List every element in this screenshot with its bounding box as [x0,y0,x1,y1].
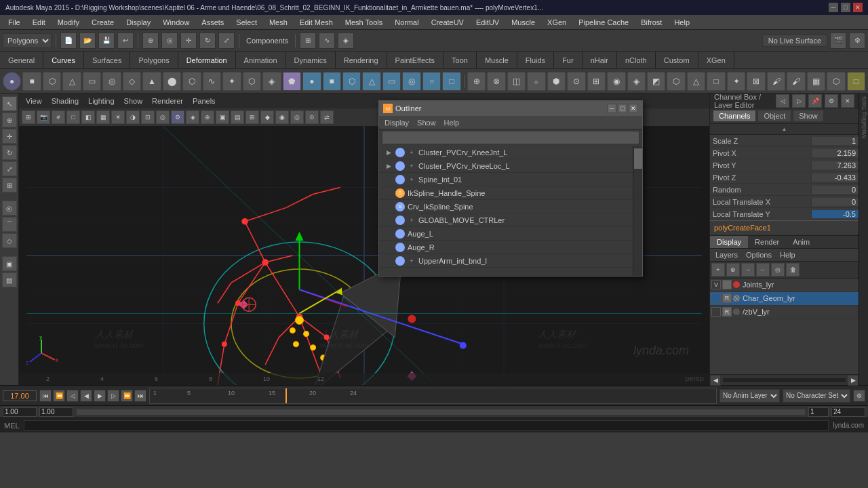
expand-icon[interactable]: ▶ [384,148,393,157]
viewport[interactable]: View Shading Lighting Show Renderer Pane… [19,94,709,385]
combine-btn[interactable]: ⊕ [467,72,486,91]
sculpt-geo-tool[interactable]: ⌒ [2,217,17,232]
maximize-button[interactable]: □ [841,3,850,12]
layer-visibility-btn-3[interactable] [711,307,721,317]
tab-surfaces[interactable]: Surfaces [84,52,130,68]
nurbs-square-btn[interactable]: □ [442,72,460,91]
frame-number-input[interactable] [808,407,829,417]
menu-pipeline-cache[interactable]: Pipeline Cache [573,17,634,28]
timeline-settings-btn[interactable]: ⚙ [853,390,865,402]
tab-nhair[interactable]: nHair [583,52,617,68]
snap-point-btn[interactable]: ◈ [338,33,354,49]
select-btn[interactable]: ⊕ [142,33,159,49]
expand-icon[interactable]: ▶ [384,162,393,170]
outliner-item-cluster-knee-jnt[interactable]: ▶ + Cluster_PVCrv_KneeJnt_L [379,146,633,159]
menu-display[interactable]: Display [121,17,156,28]
go-to-end-btn[interactable]: ⏭ [134,390,146,402]
cb-icon-1[interactable]: ◁ [776,94,789,108]
menu-create[interactable]: Create [86,17,119,28]
step-forward-btn[interactable]: ⏩ [121,390,133,402]
render-region-tool[interactable]: ▣ [2,256,17,271]
nurbs-cube-btn[interactable]: ■ [323,72,341,91]
channel-value-local-translate-y[interactable]: -0.5 [811,210,859,218]
vp-textured-icon[interactable]: ▦ [96,110,110,124]
layer-scrollbar[interactable]: ◀ ▶ [710,374,859,385]
svs-shape-btn[interactable]: ⬟ [283,72,301,91]
scale-btn[interactable]: ⤢ [218,33,235,49]
outliner-scrollbar[interactable] [633,146,642,276]
tab-muscle[interactable]: Muscle [477,52,517,68]
nurbs-sphere-btn[interactable]: ● [302,72,321,91]
nurbs-plane-btn[interactable]: ▭ [382,72,401,91]
vp-dof-icon[interactable]: ⊙ [305,110,319,124]
mirror-btn[interactable]: ⊞ [587,72,606,91]
mel-input[interactable] [24,420,829,431]
pipe-icon-btn[interactable]: ⬡ [182,72,201,91]
rotate-tool[interactable]: ↻ [2,145,17,160]
universal-manip-tool[interactable]: ⊞ [2,178,17,192]
menu-edit[interactable]: Edit [27,17,51,28]
expand-icon[interactable] [384,216,393,224]
layer-visibility-btn-2[interactable] [711,293,721,303]
current-frame-display[interactable]: 17.00 [3,390,37,401]
merge-btn[interactable]: ⊙ [567,72,585,91]
vp-shadow-icon[interactable]: ◑ [126,110,140,124]
tab-deformation[interactable]: Deformation [178,52,236,68]
no-char-set-dropdown[interactable]: No Character Set [783,389,850,403]
ipr-render-tool[interactable]: ▤ [2,272,17,287]
tab-dynamics[interactable]: Dynamics [286,52,336,68]
tab-ncloth[interactable]: nCloth [617,52,656,68]
channel-value-scale-z[interactable]: 1 [811,137,859,145]
outliner-item-spine-int[interactable]: + Spine_int_01 [379,173,633,186]
menu-xgen[interactable]: XGen [542,17,572,28]
bridge-btn[interactable]: ⬦ [527,72,545,91]
vp-camera-icon[interactable]: 📷 [37,110,50,124]
render-btn[interactable]: 🎬 [830,33,846,49]
snap-grid-btn[interactable]: ⊞ [300,33,316,49]
vp-shaded-icon[interactable]: ◧ [81,110,95,124]
layer-menu-help[interactable]: Help [777,250,798,260]
extrude-btn[interactable]: ⬢ [547,72,566,91]
range-end-input[interactable] [831,407,865,417]
outliner-item-global-move[interactable]: + GLOABL_MOVE_CTRLer [379,214,633,227]
menu-edituv[interactable]: EditUV [471,17,505,28]
paint-attr-btn[interactable]: 🖌 [787,72,805,91]
outliner-search-bar[interactable] [382,131,639,144]
outliner-menu-help[interactable]: Help [441,118,462,127]
vp-menu-view[interactable]: View [22,96,46,106]
disk-icon-btn[interactable]: ⬤ [163,72,181,91]
menu-assets[interactable]: Assets [196,17,229,28]
outliner-maximize-btn[interactable]: □ [618,104,627,113]
scroll-right-btn[interactable]: ▶ [848,375,859,386]
layer-reference-btn-3[interactable]: R [722,307,732,317]
cb-tab-channels[interactable]: Channels [713,110,756,122]
tab-animation[interactable]: Animation [236,52,286,68]
layer-joints-lyr[interactable]: V Joints_lyr [710,279,859,292]
vp-rig-icon[interactable]: ⚙ [171,110,184,124]
expand-icon-2[interactable]: + [408,257,416,265]
menu-muscle[interactable]: Muscle [506,17,540,28]
outliner-menu-display[interactable]: Display [382,118,412,127]
vp-pivot-icon[interactable]: ◈ [186,110,199,124]
vp-selection-icon[interactable]: ⊞ [245,110,259,124]
vp-xray-icon[interactable]: ⊡ [141,110,155,124]
play-forward-btn[interactable]: ▶ [94,390,106,402]
expand-icon[interactable] [384,176,393,184]
cb-gear-icon[interactable]: ⚙ [825,94,838,108]
layer-tab-anim[interactable]: Anim [786,236,816,248]
triangulate-btn[interactable]: △ [687,72,705,91]
select-tool[interactable]: ↖ [2,96,17,111]
tab-polygons[interactable]: Polygons [130,52,178,68]
vp-menu-shading[interactable]: Shading [47,96,83,106]
helix-icon-btn[interactable]: ∿ [203,72,221,91]
layer-zbv-lyr[interactable]: R /zbV_lyr [710,306,859,319]
channel-value-pivot-z[interactable]: -0.433 [811,174,859,182]
prism-icon-btn[interactable]: ◇ [123,72,141,91]
no-anim-layer-dropdown[interactable]: No Anim Layer [719,389,780,403]
vp-menu-lighting[interactable]: Lighting [84,96,119,106]
vp-blur-icon[interactable]: ◉ [275,110,289,124]
channels-scroll-up[interactable]: ▲ [710,124,859,135]
tab-rendering[interactable]: Rendering [336,52,387,68]
paint-select-tool[interactable]: ⊕ [2,113,17,127]
layer-tab-render[interactable]: Render [748,236,786,248]
